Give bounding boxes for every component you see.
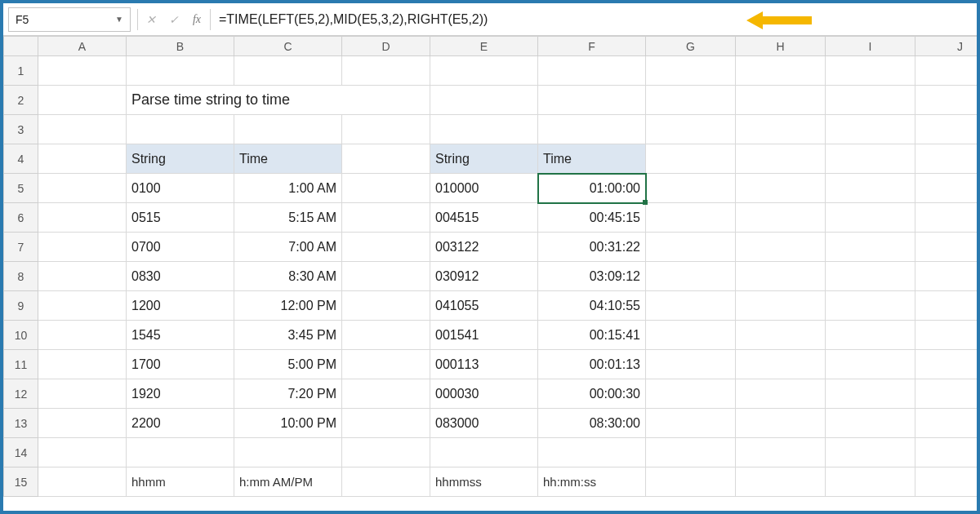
cell[interactable] (736, 86, 826, 115)
page-title[interactable]: Parse time string to time (127, 86, 430, 115)
col-header[interactable]: A (38, 37, 127, 56)
cell[interactable]: 0515 (127, 203, 234, 233)
cell[interactable] (826, 467, 915, 497)
cell[interactable] (826, 86, 915, 115)
cell[interactable] (342, 144, 430, 174)
cell[interactable] (646, 144, 736, 174)
cell[interactable] (38, 438, 127, 467)
cell[interactable]: 1920 (127, 379, 234, 409)
cell[interactable] (342, 467, 430, 497)
format-label[interactable]: hhmmss (430, 467, 538, 497)
cell[interactable]: 12:00 PM (234, 291, 342, 321)
format-label[interactable]: hhmm (127, 467, 234, 497)
cell[interactable] (430, 56, 538, 86)
cell[interactable] (646, 262, 736, 291)
cell[interactable] (736, 350, 826, 379)
cell[interactable] (38, 291, 127, 321)
row-header[interactable]: 3 (4, 115, 38, 144)
row-header[interactable]: 4 (4, 144, 38, 174)
cell[interactable]: 1545 (127, 321, 234, 350)
cell[interactable] (646, 467, 736, 497)
cell[interactable] (826, 321, 915, 350)
spreadsheet-grid[interactable]: A B C D E F G H I J 1 2 Parse time str (3, 36, 977, 511)
cell[interactable] (646, 438, 736, 467)
cell[interactable] (234, 438, 342, 467)
cell[interactable] (38, 262, 127, 291)
col-header[interactable]: E (430, 37, 538, 56)
cell[interactable]: 10:00 PM (234, 409, 342, 438)
row-header[interactable]: 1 (4, 56, 38, 86)
cell[interactable]: 003122 (430, 233, 538, 262)
cell[interactable] (646, 291, 736, 321)
cell[interactable] (915, 350, 978, 379)
cell[interactable] (38, 233, 127, 262)
cell[interactable]: 1200 (127, 291, 234, 321)
cell[interactable] (646, 379, 736, 409)
cell[interactable] (430, 86, 538, 115)
cell[interactable] (826, 174, 915, 203)
row-header[interactable]: 12 (4, 379, 38, 409)
cell[interactable] (38, 174, 127, 203)
cell[interactable]: 2200 (127, 409, 234, 438)
cell[interactable] (915, 56, 978, 86)
cell[interactable]: 00:31:22 (538, 233, 646, 262)
cell[interactable] (646, 203, 736, 233)
cell[interactable]: 7:00 AM (234, 233, 342, 262)
format-label[interactable]: hh:mm:ss (538, 467, 646, 497)
cell[interactable] (342, 233, 430, 262)
col-header[interactable]: J (915, 37, 978, 56)
cell[interactable]: 000030 (430, 379, 538, 409)
cell[interactable] (826, 144, 915, 174)
row-header[interactable]: 11 (4, 350, 38, 379)
cell[interactable] (38, 144, 127, 174)
cell[interactable]: 1700 (127, 350, 234, 379)
cell[interactable] (342, 321, 430, 350)
active-cell[interactable]: 01:00:00 (538, 174, 646, 203)
cell[interactable]: 000113 (430, 350, 538, 379)
cell[interactable] (736, 409, 826, 438)
format-label[interactable]: h:mm AM/PM (234, 467, 342, 497)
accept-formula-icon[interactable]: ✓ (163, 8, 185, 31)
cell[interactable] (826, 438, 915, 467)
cell[interactable] (342, 291, 430, 321)
formula-input[interactable]: =TIME(LEFT(E5,2),MID(E5,3,2),RIGHT(E5,2)… (212, 7, 970, 32)
cell[interactable]: 5:00 PM (234, 350, 342, 379)
cell[interactable] (826, 115, 915, 144)
cell[interactable]: 1:00 AM (234, 174, 342, 203)
cell[interactable] (736, 467, 826, 497)
cell[interactable] (38, 467, 127, 497)
cell[interactable] (915, 86, 978, 115)
cell[interactable]: 001541 (430, 321, 538, 350)
cell[interactable] (826, 56, 915, 86)
cell[interactable]: 030912 (430, 262, 538, 291)
cell[interactable] (736, 144, 826, 174)
table-header[interactable]: Time (538, 144, 646, 174)
cell[interactable]: 00:00:30 (538, 379, 646, 409)
row-header[interactable]: 7 (4, 233, 38, 262)
cell[interactable] (826, 350, 915, 379)
row-header[interactable]: 6 (4, 203, 38, 233)
cell[interactable] (538, 56, 646, 86)
cell[interactable] (646, 321, 736, 350)
select-all-corner[interactable] (4, 37, 38, 56)
row-header[interactable]: 8 (4, 262, 38, 291)
cell[interactable] (38, 203, 127, 233)
cell[interactable] (736, 262, 826, 291)
cell[interactable]: 0830 (127, 262, 234, 291)
cell[interactable] (342, 203, 430, 233)
cell[interactable] (915, 409, 978, 438)
cell[interactable] (826, 379, 915, 409)
cell[interactable] (38, 115, 127, 144)
table-header[interactable]: String (430, 144, 538, 174)
cell[interactable] (234, 56, 342, 86)
cell[interactable] (915, 233, 978, 262)
cell[interactable] (538, 86, 646, 115)
cell[interactable] (826, 233, 915, 262)
cell[interactable] (342, 174, 430, 203)
col-header[interactable]: B (127, 37, 234, 56)
cell[interactable] (38, 86, 127, 115)
cell[interactable] (646, 350, 736, 379)
row-header[interactable]: 5 (4, 174, 38, 203)
cell[interactable] (342, 350, 430, 379)
row-header[interactable]: 13 (4, 409, 38, 438)
